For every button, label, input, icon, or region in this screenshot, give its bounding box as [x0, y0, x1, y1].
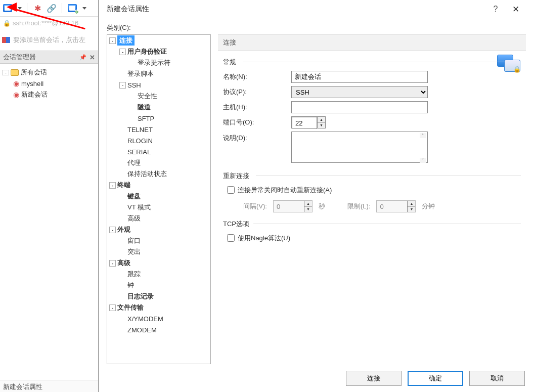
dialog-footer: 连接 确定 取消 — [99, 368, 534, 392]
tree-bell[interactable]: 钟 — [107, 280, 210, 291]
tree-login-prompt[interactable]: 登录提示符 — [107, 57, 210, 68]
group-tcp-title: TCP选项 — [223, 220, 521, 229]
collapse-icon[interactable]: - — [119, 49, 126, 55]
port-label: 端口号(O): — [223, 118, 291, 127]
tree-filetransfer[interactable]: -文件传输 — [107, 302, 210, 313]
tree-auth[interactable]: -用户身份验证 — [107, 46, 210, 57]
spin-down-icon: ▼ — [408, 207, 415, 212]
port-input[interactable] — [292, 117, 317, 129]
spin-down-icon: ▼ — [304, 207, 312, 212]
tree-login-script[interactable]: 登录脚本 — [107, 68, 210, 79]
tree-appearance[interactable]: -外观 — [107, 224, 210, 235]
settings-pane: 连接 🔒 常规 名称(N): 协议(P): SSH 主机(H): — [218, 34, 526, 368]
tree-tunnel[interactable]: 隧道 — [107, 102, 210, 113]
connect-button[interactable]: 连接 — [346, 371, 402, 386]
interval-spinner: ▲▼ — [273, 200, 313, 212]
tree-logging[interactable]: 日志记录 — [107, 291, 210, 302]
tree-window[interactable]: 窗口 — [107, 235, 210, 246]
category-tree[interactable]: -连接 -用户身份验证 登录提示符 登录脚本 -SSH 安全性 隧道 SFTP … — [107, 34, 211, 364]
folder-icon — [11, 69, 19, 76]
interval-input — [274, 201, 304, 212]
settings-icon[interactable]: ✱ — [32, 3, 42, 13]
status-bar: 新建会话属性 — [0, 380, 98, 392]
host-input[interactable] — [291, 101, 428, 113]
dropdown-caret-icon[interactable] — [82, 7, 86, 10]
flag-icon — [2, 37, 10, 43]
limit-label: 限制(L): — [347, 202, 371, 211]
annotation-arrow-head — [7, 3, 17, 12]
tree-row-myshell[interactable]: ◉ myshell — [2, 78, 96, 89]
category-label: 类别(C): — [107, 23, 526, 32]
pin-icon[interactable]: 📌 — [79, 54, 86, 61]
interval-label: 间隔(V): — [243, 202, 267, 211]
tree-adv-term[interactable]: 高级 — [107, 213, 210, 224]
tree-rlogin[interactable]: RLOGIN — [107, 135, 210, 146]
tree-telnet[interactable]: TELNET — [107, 124, 210, 135]
close-panel-icon[interactable]: ✕ — [90, 54, 95, 61]
port-spinner[interactable]: ▲▼ — [291, 116, 326, 128]
tree-proxy[interactable]: 代理 — [107, 157, 210, 168]
tree-terminal[interactable]: -终端 — [107, 180, 210, 191]
collapse-icon[interactable]: - — [109, 304, 116, 311]
session-manager-header: 会话管理器 📌 ✕ — [0, 51, 98, 64]
minutes-label: 分钟 — [422, 202, 435, 211]
session-tree: - 所有会话 ◉ myshell ◉ 新建会话 — [0, 64, 98, 103]
add-session-tip: 要添加当前会话，点击左 — [2, 32, 98, 48]
collapse-icon[interactable]: - — [109, 37, 116, 44]
collapse-icon[interactable]: - — [109, 260, 116, 267]
tree-xymodem[interactable]: X/YMODEM — [107, 313, 210, 324]
cancel-button[interactable]: 取消 — [469, 371, 525, 386]
new-session-dialog: 新建会话属性 ? ✕ 类别(C): -连接 -用户身份验证 登录提示符 登录脚本… — [98, 0, 534, 392]
nagle-label: 使用Nagle算法(U) — [238, 234, 290, 243]
auto-reconnect-checkbox[interactable] — [227, 186, 235, 194]
tree-keyboard[interactable]: 键盘 — [107, 191, 210, 202]
nagle-checkbox[interactable] — [227, 234, 235, 242]
link-icon[interactable]: 🔗 — [47, 3, 57, 13]
tree-ssh[interactable]: -SSH — [107, 79, 210, 91]
tree-serial[interactable]: SERIAL — [107, 146, 210, 157]
ok-button[interactable]: 确定 — [408, 371, 463, 386]
seconds-label: 秒 — [319, 202, 325, 211]
desc-label: 说明(D): — [223, 134, 291, 143]
spin-down-icon[interactable]: ▼ — [318, 123, 325, 128]
collapse-icon[interactable]: - — [109, 182, 116, 189]
scroll-down-icon[interactable]: ˇ — [420, 158, 426, 163]
spin-up-icon: ▲ — [304, 201, 312, 207]
tree-zmodem[interactable]: ZMODEM — [107, 324, 210, 335]
tree-highlight[interactable]: 突出 — [107, 246, 210, 257]
tree-row-new-session[interactable]: ◉ 新建会话 — [2, 89, 96, 100]
group-general-title: 常规 — [223, 58, 521, 67]
help-icon[interactable]: ? — [485, 5, 506, 14]
session-icon: ◉ — [13, 91, 19, 99]
collapse-icon[interactable]: - — [109, 227, 116, 233]
tree-vtmode[interactable]: VT 模式 — [107, 202, 210, 213]
collapse-icon[interactable]: - — [119, 82, 126, 89]
collapse-icon[interactable]: - — [2, 70, 9, 75]
dialog-titlebar: 新建会话属性 ? ✕ — [99, 0, 534, 18]
limit-spinner: ▲▼ — [376, 200, 416, 212]
spin-up-icon[interactable]: ▲ — [318, 117, 325, 123]
tree-security[interactable]: 安全性 — [107, 91, 210, 102]
name-input[interactable] — [291, 71, 428, 83]
session-icon: ◉ — [13, 79, 19, 88]
tree-row-all-sessions[interactable]: - 所有会话 — [2, 67, 96, 78]
tree-advanced[interactable]: -高级 — [107, 257, 210, 269]
session-manager-title: 会话管理器 — [3, 53, 36, 62]
dialog-title: 新建会话属性 — [107, 5, 485, 14]
host-label: 主机(H): — [223, 103, 291, 112]
tree-connection[interactable]: -连接 — [107, 35, 210, 46]
terminal-settings-icon[interactable]: ✲ — [67, 3, 77, 13]
auto-reconnect-label: 连接异常关闭时自动重新连接(A) — [238, 186, 332, 195]
scroll-up-icon[interactable]: ˆ — [420, 133, 426, 138]
close-icon[interactable]: ✕ — [506, 4, 526, 15]
tree-keepalive[interactable]: 保持活动状态 — [107, 168, 210, 180]
group-reconnect-title: 重新连接 — [223, 171, 521, 181]
protocol-select[interactable]: SSH — [291, 86, 428, 98]
name-label: 名称(N): — [223, 72, 291, 81]
tree-trace[interactable]: 跟踪 — [107, 269, 210, 280]
section-header: 连接 — [218, 34, 526, 51]
spin-up-icon: ▲ — [408, 201, 415, 207]
desc-textarea[interactable] — [291, 132, 428, 163]
lock-icon: 🔒 — [3, 20, 11, 27]
tree-sftp[interactable]: SFTP — [107, 113, 210, 124]
